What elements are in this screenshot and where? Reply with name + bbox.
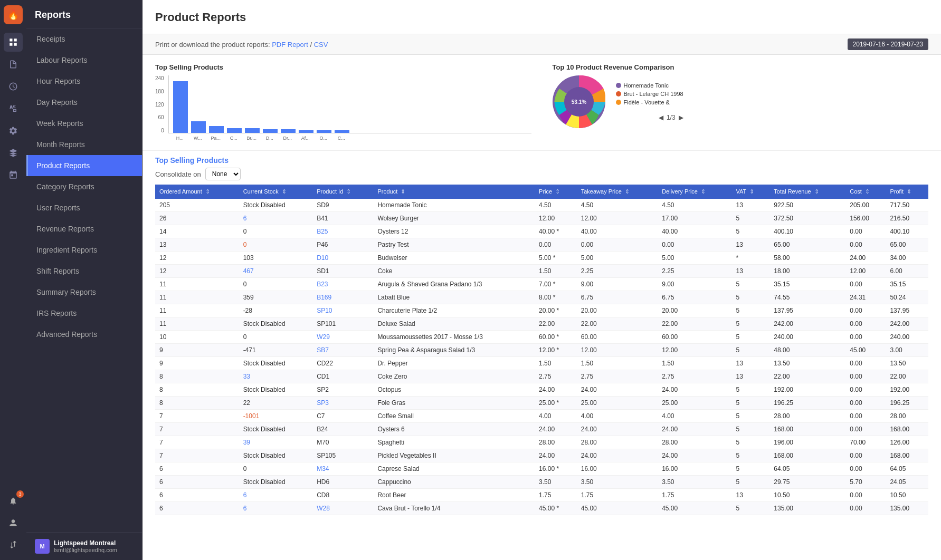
cell-takeaway: 2.25 (577, 265, 658, 278)
cell-revenue: 18.00 (769, 265, 845, 278)
sidebar-item-user[interactable]: User Reports (26, 197, 142, 218)
cell-stock: Stock Disabled (239, 317, 313, 331)
cell-product-id: CD1 (312, 370, 373, 383)
col-cost: Cost ⇕ (845, 185, 886, 199)
product-id-link[interactable]: SB7 (317, 346, 329, 354)
bar-9 (317, 130, 331, 133)
cell-price: 5.00 * (535, 252, 577, 265)
notification-icon[interactable]: 3 (4, 491, 23, 510)
sidebar-item-category[interactable]: Category Reports (26, 176, 142, 197)
cell-takeaway: 25.00 (577, 397, 658, 410)
product-id-link[interactable]: B23 (317, 281, 328, 288)
cell-revenue: 48.00 (769, 344, 845, 357)
nav-settings-icon[interactable] (4, 121, 23, 140)
cell-revenue: 242.00 (769, 317, 845, 331)
product-id-link[interactable]: B25 (317, 228, 328, 235)
col-delivery: Delivery Price ⇕ (658, 185, 731, 199)
table-row: 7 -1001 C7 Coffee Small 4.00 4.00 4.00 5… (155, 410, 928, 423)
transfer-icon[interactable] (4, 536, 23, 555)
cell-product-id: M70 (312, 436, 373, 449)
cell-revenue: 372.50 (769, 212, 845, 225)
product-id-value: SD9 (317, 201, 329, 209)
cell-product-id: C7 (312, 410, 373, 423)
cell-product: Pickled Vegetables II (373, 449, 535, 462)
pie-prev-icon[interactable]: ◀ (659, 114, 663, 121)
cell-delivery: 0.00 (658, 238, 731, 252)
pie-next-icon[interactable]: ▶ (679, 114, 683, 121)
nav-reports-icon[interactable] (4, 55, 23, 74)
nav-dashboard-icon[interactable] (4, 33, 23, 52)
product-id-link[interactable]: W28 (317, 505, 330, 512)
sidebar-item-ingredient[interactable]: Ingredient Reports (26, 239, 142, 260)
sidebar-item-week[interactable]: Week Reports (26, 113, 142, 134)
stock-link[interactable]: 6 (243, 505, 247, 512)
sidebar-item-hour[interactable]: Hour Reports (26, 71, 142, 92)
cell-stock: 0 (239, 238, 313, 252)
cell-takeaway: 6.75 (577, 291, 658, 304)
cell-delivery: 22.00 (658, 317, 731, 331)
cell-product: Cava Brut - Torello 1/4 (373, 502, 535, 515)
product-id-value: CD8 (317, 491, 329, 499)
stock-link[interactable]: 39 (243, 439, 250, 446)
sidebar-item-receipts[interactable]: Receipts (26, 28, 142, 50)
cell-ordered: 7 (155, 423, 239, 436)
stock-link[interactable]: 6 (243, 215, 247, 222)
cell-profit: 717.50 (886, 199, 928, 212)
cell-cost: 0.00 (845, 238, 886, 252)
sidebar-item-advanced[interactable]: Advanced Reports (26, 324, 142, 345)
consolidate-select[interactable]: None (205, 168, 241, 180)
cell-delivery: 45.00 (658, 502, 731, 515)
cell-revenue: 58.00 (769, 252, 845, 265)
product-id-link[interactable]: B169 (317, 294, 331, 301)
cell-ordered: 6 (155, 462, 239, 476)
table-row: 26 6 B41 Wolsey Burger 12.00 12.00 17.00… (155, 212, 928, 225)
cell-product-id: P46 (312, 238, 373, 252)
nav-layers-icon[interactable] (4, 143, 23, 162)
sidebar-item-revenue[interactable]: Revenue Reports (26, 218, 142, 239)
cell-takeaway: 24.00 (577, 449, 658, 462)
cell-profit: 65.00 (886, 238, 928, 252)
bar-x-labels: H... W... Pa... C... Bu... D... Dr... Af… (168, 134, 531, 142)
product-id-link[interactable]: SP3 (317, 399, 329, 407)
stock-value: Stock Disabled (243, 320, 286, 327)
sidebar-item-summary[interactable]: Summary Reports (26, 282, 142, 303)
cell-price: 1.75 (535, 489, 577, 502)
cell-product: Moussamoussettes 2017 - Mosse 1/3 (373, 331, 535, 344)
cell-delivery: 4.50 (658, 199, 731, 212)
nav-clock-icon[interactable] (4, 77, 23, 96)
stock-value: 0 (243, 228, 247, 235)
nav-orders-icon[interactable] (4, 99, 23, 118)
bar-7 (281, 129, 296, 133)
sidebar-item-irs[interactable]: IRS Reports (26, 303, 142, 324)
cell-price: 3.50 (535, 476, 577, 489)
stock-link[interactable]: 6 (243, 491, 247, 499)
pdf-report-link[interactable]: PDF Report (272, 41, 308, 49)
nav-calendar-icon[interactable] (4, 166, 23, 185)
cell-takeaway: 12.00 (577, 344, 658, 357)
csv-link[interactable]: CSV (314, 41, 328, 49)
cell-stock: Stock Disabled (239, 476, 313, 489)
product-id-link[interactable]: D10 (317, 254, 328, 262)
product-id-link[interactable]: M34 (317, 465, 329, 472)
stock-link-red[interactable]: 0 (243, 241, 247, 248)
cell-cost: 0.00 (845, 397, 886, 410)
sidebar-item-shift[interactable]: Shift Reports (26, 260, 142, 282)
sidebar-item-day[interactable]: Day Reports (26, 92, 142, 113)
stock-link[interactable]: 33 (243, 373, 250, 380)
product-id-link[interactable]: W29 (317, 333, 330, 341)
sidebar-item-month[interactable]: Month Reports (26, 134, 142, 155)
cell-product-id: SP2 (312, 383, 373, 397)
cell-vat: 5 (732, 502, 770, 515)
cell-revenue: 135.00 (769, 502, 845, 515)
cell-takeaway: 28.00 (577, 436, 658, 449)
profile-icon[interactable] (4, 514, 23, 533)
table-row: 7 Stock Disabled SP105 Pickled Vegetable… (155, 449, 928, 462)
product-id-link[interactable]: SP10 (317, 307, 332, 314)
stock-link[interactable]: 467 (243, 267, 254, 275)
sidebar-item-labour[interactable]: Labour Reports (26, 50, 142, 71)
bar-chart-title: Top Selling Products (155, 63, 531, 71)
sidebar-item-product[interactable]: Product Reports (26, 155, 142, 176)
cell-product: Labatt Blue (373, 291, 535, 304)
cell-takeaway: 20.00 (577, 304, 658, 317)
stock-link-red[interactable]: -1001 (243, 412, 260, 420)
